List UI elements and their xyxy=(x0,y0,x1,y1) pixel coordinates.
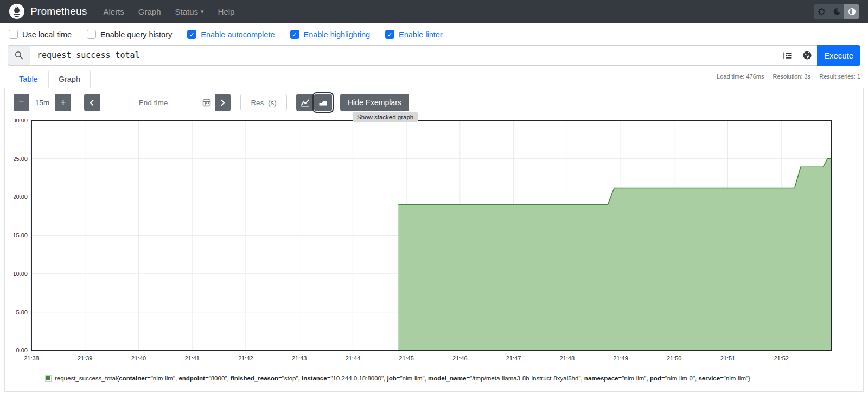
nav-item-help[interactable]: Help xyxy=(218,7,235,16)
dark-mode-moon-icon[interactable] xyxy=(829,4,844,19)
svg-text:21:43: 21:43 xyxy=(292,355,307,362)
checkbox-use-local-time[interactable]: Use local time xyxy=(9,30,72,39)
metrics-explorer-button[interactable] xyxy=(777,45,797,66)
theme-toggle-group xyxy=(814,4,859,19)
result-series: Result series: 1 xyxy=(819,73,860,80)
svg-text:21:44: 21:44 xyxy=(346,355,360,362)
time-back-button[interactable] xyxy=(84,94,100,111)
show-stacked-graph-tooltip: Show stacked graph xyxy=(353,112,418,122)
checkbox-box[interactable]: ✓ xyxy=(290,30,299,39)
nav-links: Alerts Graph Status▾ Help xyxy=(103,7,234,16)
svg-text:21:51: 21:51 xyxy=(720,355,735,362)
end-time-input[interactable] xyxy=(104,98,202,107)
resolution: Resolution: 3s xyxy=(773,73,810,80)
explain-query-button[interactable] xyxy=(797,45,817,66)
nav-item-status[interactable]: Status▾ xyxy=(175,7,204,16)
svg-text:5.00: 5.00 xyxy=(16,309,28,315)
tab-graph[interactable]: Graph xyxy=(48,70,91,88)
series-legend[interactable]: request_success_total{container="nim-llm… xyxy=(14,375,854,382)
svg-text:21:48: 21:48 xyxy=(560,355,575,362)
series-color-swatch xyxy=(45,375,52,382)
checkbox-label: Enable linter xyxy=(399,30,443,39)
checkbox-label: Use local time xyxy=(22,30,72,39)
options-row: Use local timeEnable query history✓Enabl… xyxy=(0,23,868,45)
graph-type-toggle-group: Show stacked graph xyxy=(296,94,332,111)
svg-text:0.00: 0.00 xyxy=(16,347,28,353)
svg-text:21:40: 21:40 xyxy=(131,355,146,362)
stacked-graph-icon xyxy=(318,99,328,107)
checkbox-label: Enable highlighting xyxy=(304,30,371,39)
svg-text:21:50: 21:50 xyxy=(667,355,681,362)
checkbox-box[interactable]: ✓ xyxy=(187,30,196,39)
query-expression-input[interactable] xyxy=(30,45,777,66)
graph-panel: − + xyxy=(4,88,864,392)
series-label: request_success_total{container="nim-llm… xyxy=(55,375,750,382)
svg-text:21:47: 21:47 xyxy=(506,355,521,362)
time-series-chart[interactable]: 0.005.0010.0015.0020.0025.0030.0021:3821… xyxy=(14,119,854,366)
checkbox-enable-highlighting[interactable]: ✓Enable highlighting xyxy=(290,30,371,39)
checkbox-enable-linter[interactable]: ✓Enable linter xyxy=(385,30,443,39)
chevron-left-icon xyxy=(90,99,94,106)
checkbox-box[interactable]: ✓ xyxy=(385,30,394,39)
time-forward-button[interactable] xyxy=(215,94,231,111)
brand-name: Prometheus xyxy=(30,5,87,17)
checkbox-box[interactable] xyxy=(9,30,18,39)
chevron-right-icon xyxy=(220,99,225,106)
checkbox-box[interactable] xyxy=(87,30,96,39)
graph-controls: − + xyxy=(14,94,854,111)
checkbox-label: Enable autocomplete xyxy=(201,30,275,39)
svg-text:20.00: 20.00 xyxy=(14,193,28,200)
resolution-input[interactable] xyxy=(240,94,287,111)
tab-table[interactable]: Table xyxy=(9,70,48,88)
svg-text:10.00: 10.00 xyxy=(14,270,28,277)
increase-range-button[interactable]: + xyxy=(55,94,71,111)
checkbox-enable-query-history[interactable]: Enable query history xyxy=(87,30,172,39)
globe-icon xyxy=(802,50,812,60)
svg-text:21:38: 21:38 xyxy=(24,355,39,362)
svg-text:21:46: 21:46 xyxy=(452,355,467,362)
range-input[interactable] xyxy=(29,94,55,111)
svg-text:21:39: 21:39 xyxy=(78,355,92,362)
checkbox-enable-autocomplete[interactable]: ✓Enable autocomplete xyxy=(187,30,275,39)
decrease-range-button[interactable]: − xyxy=(14,94,29,111)
tabbar: Table Graph Load time: 476ms Resolution:… xyxy=(4,70,864,88)
brand[interactable]: Prometheus xyxy=(9,3,87,20)
nav-item-graph[interactable]: Graph xyxy=(138,7,161,16)
load-time: Load time: 476ms xyxy=(717,73,764,80)
nav-item-alerts[interactable]: Alerts xyxy=(103,7,124,16)
svg-text:21:42: 21:42 xyxy=(238,355,253,362)
hide-exemplars-button[interactable]: Hide Exemplars xyxy=(340,94,409,111)
execute-button[interactable]: Execute xyxy=(817,45,860,66)
end-time-box xyxy=(100,94,215,111)
svg-text:21:41: 21:41 xyxy=(184,355,199,362)
checkbox-label: Enable query history xyxy=(100,30,172,39)
top-navbar: Prometheus Alerts Graph Status▾ Help xyxy=(0,0,868,23)
caret-down-icon: ▾ xyxy=(201,8,204,15)
svg-text:21:45: 21:45 xyxy=(399,355,413,362)
svg-text:30.00: 30.00 xyxy=(14,119,28,124)
svg-text:21:49: 21:49 xyxy=(613,355,628,362)
end-time-control-group xyxy=(84,94,231,111)
query-row: Execute xyxy=(0,45,868,66)
metrics-explorer-icon xyxy=(783,51,792,60)
svg-text:15.00: 15.00 xyxy=(14,232,28,238)
prometheus-logo-icon xyxy=(9,3,25,20)
calendar-icon[interactable] xyxy=(202,98,211,107)
search-icon xyxy=(8,45,30,66)
query-input-group: Execute xyxy=(8,45,860,66)
svg-text:21:52: 21:52 xyxy=(774,355,789,362)
svg-text:25.00: 25.00 xyxy=(14,156,28,162)
auto-contrast-icon[interactable] xyxy=(844,4,859,19)
stacked-graph-toggle-button[interactable] xyxy=(314,94,332,111)
line-graph-icon xyxy=(301,99,310,107)
line-graph-toggle-button[interactable] xyxy=(296,94,314,111)
range-control-group: − + xyxy=(14,94,71,111)
query-stats: Load time: 476ms Resolution: 3s Result s… xyxy=(717,73,864,88)
settings-gear-icon[interactable] xyxy=(814,4,829,19)
